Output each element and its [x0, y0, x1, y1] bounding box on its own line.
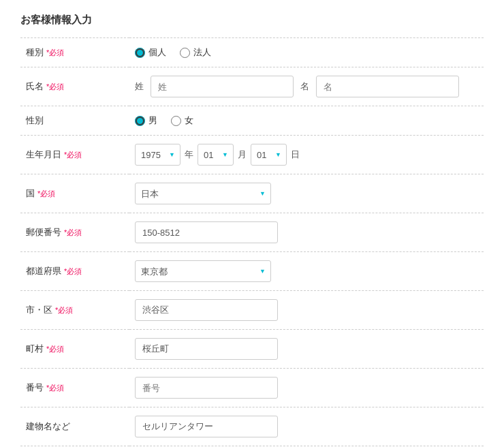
prefecture-select[interactable]: 東京都 北海道大阪府京都府 神奈川県愛知県福岡県	[135, 260, 271, 282]
building-input[interactable]	[135, 416, 278, 437]
row-city: 市・区*必須	[20, 291, 484, 330]
category-label: 種別	[26, 47, 44, 57]
month-select[interactable]: 01 020304 050607 080910 1112	[198, 144, 234, 166]
gender-female-radio[interactable]	[171, 116, 181, 126]
postal-label: 郵便番号	[26, 227, 61, 237]
country-wrapper: 日本 アメリカ 中国 韓国 その他	[135, 183, 271, 204]
prefecture-required: *必須	[64, 267, 82, 275]
row-name: 氏名*必須 姓 名	[20, 67, 484, 106]
city-required: *必須	[55, 306, 73, 314]
town-label: 町村	[26, 343, 44, 354]
gender-label: 性別	[26, 115, 44, 125]
postal-input[interactable]	[135, 221, 278, 243]
year-wrapper: 1975 197019711972 19731974 197619771978	[135, 144, 180, 166]
name-row: 姓 名	[135, 76, 478, 97]
gender-male-text: 男	[148, 114, 157, 127]
prefecture-wrapper: 東京都 北海道大阪府京都府 神奈川県愛知県福岡県	[135, 260, 271, 282]
row-number: 番号*必須	[20, 369, 484, 407]
gender-radio-group: 男 女	[135, 114, 478, 127]
town-required: *必須	[46, 345, 64, 353]
town-input[interactable]	[135, 338, 278, 360]
day-select[interactable]: 01 020304 050607 080910 111213 141516 17…	[251, 144, 287, 166]
number-required: *必須	[46, 384, 64, 392]
year-label: 年	[185, 149, 193, 161]
gender-male-radio[interactable]	[135, 116, 145, 126]
category-kojin-radio[interactable]	[135, 48, 145, 58]
sei-label: 姓	[135, 80, 144, 93]
row-gender: 性別 男 女	[20, 106, 484, 136]
country-label: 国	[26, 188, 35, 198]
day-label: 日	[291, 149, 300, 161]
customer-form: 種別*必須 個人 法人 氏名*必須 姓 名	[20, 37, 484, 447]
page-title: お客様情報入力	[20, 14, 484, 27]
row-country: 国*必須 日本 アメリカ 中国 韓国 その他	[20, 174, 484, 213]
category-radio-group: 個人 法人	[135, 46, 478, 59]
prefecture-label: 都道府県	[26, 266, 61, 276]
number-input[interactable]	[135, 377, 278, 399]
birthdate-required: *必須	[64, 151, 82, 159]
category-required: *必須	[46, 48, 64, 57]
row-category: 種別*必須 個人 法人	[20, 38, 484, 67]
gender-female-text: 女	[185, 114, 193, 127]
row-prefecture: 都道府県*必須 東京都 北海道大阪府京都府 神奈川県愛知県福岡県	[20, 252, 484, 291]
day-wrapper: 01 020304 050607 080910 111213 141516 17…	[251, 144, 287, 166]
row-postal: 郵便番号*必須	[20, 213, 484, 252]
city-label: 市・区	[26, 305, 52, 315]
postal-required: *必須	[64, 228, 82, 236]
gender-male-label[interactable]: 男	[135, 114, 157, 127]
year-select[interactable]: 1975 197019711972 19731974 197619771978	[135, 144, 180, 166]
category-hojin-text: 法人	[193, 46, 211, 59]
category-hojin-label[interactable]: 法人	[180, 46, 211, 59]
category-kojin-text: 個人	[148, 46, 166, 59]
month-label: 月	[238, 149, 247, 161]
mei-input[interactable]	[316, 76, 459, 97]
row-building: 建物名など	[20, 407, 484, 446]
category-hojin-radio[interactable]	[180, 48, 190, 58]
row-birthdate: 生年月日*必須 1975 197019711972 19731974 19761…	[20, 136, 484, 174]
name-required: *必須	[46, 82, 64, 91]
number-label: 番号	[26, 382, 44, 392]
country-select[interactable]: 日本 アメリカ 中国 韓国 その他	[135, 183, 271, 204]
mei-label: 名	[300, 80, 309, 93]
month-wrapper: 01 020304 050607 080910 1112	[198, 144, 234, 166]
birthdate-label: 生年月日	[26, 149, 61, 159]
country-required: *必須	[37, 189, 55, 198]
city-input[interactable]	[135, 299, 278, 321]
building-label: 建物名など	[26, 421, 70, 431]
category-kojin-label[interactable]: 個人	[135, 46, 166, 59]
row-town: 町村*必須	[20, 330, 484, 369]
gender-female-label[interactable]: 女	[171, 114, 193, 127]
birthdate-row: 1975 197019711972 19731974 197619771978 …	[135, 144, 478, 166]
sei-input[interactable]	[151, 76, 294, 97]
name-label: 氏名	[26, 81, 44, 91]
